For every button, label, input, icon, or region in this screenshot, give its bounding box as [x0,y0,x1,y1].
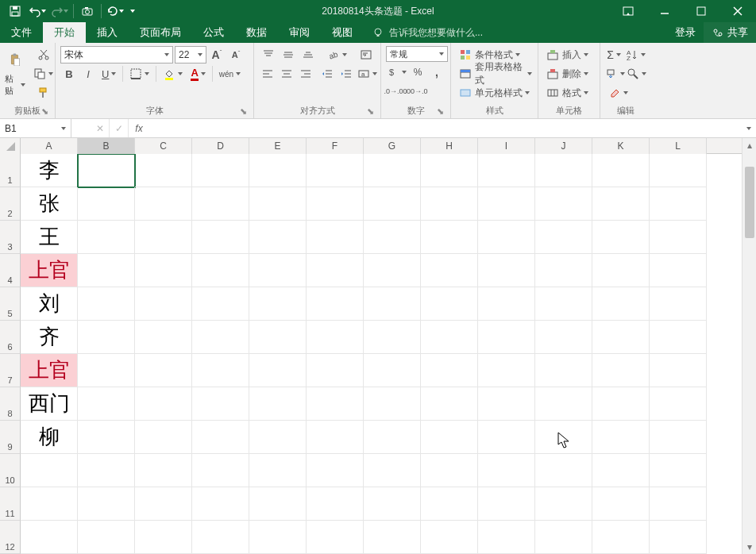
signin-button[interactable]: 登录 [667,22,704,43]
font-size-select[interactable]: 22 [175,46,206,63]
cell-I5[interactable] [478,287,535,321]
share-button[interactable]: 共享 [704,22,756,43]
cell-J9[interactable] [535,421,592,454]
row-header-6[interactable]: 6 [0,321,21,354]
tab-formulas[interactable]: 公式 [192,22,235,43]
cell-B12[interactable] [78,521,135,554]
cell-J8[interactable] [535,387,592,421]
cell-L6[interactable] [650,321,707,354]
underline-button[interactable]: U [98,65,119,83]
orientation-button[interactable]: ab [325,46,350,63]
cell-C5[interactable] [135,287,192,321]
name-box[interactable]: B1 [0,119,71,137]
cell-A1[interactable]: 李 [21,154,78,187]
cell-J12[interactable] [535,521,592,554]
delete-cells-button[interactable]: 删除 [543,65,597,83]
cell-L4[interactable] [650,254,707,287]
cell-E10[interactable] [249,454,307,487]
copy-button[interactable] [30,65,56,83]
column-header-G[interactable]: G [364,138,421,154]
cell-G2[interactable] [364,187,421,221]
redo-button[interactable] [49,1,70,21]
cell-D1[interactable] [192,154,249,187]
cell-L11[interactable] [650,487,707,521]
cell-D10[interactable] [192,454,249,487]
cell-F7[interactable] [307,354,364,387]
column-header-F[interactable]: F [307,138,364,154]
cell-D4[interactable] [192,254,249,287]
cell-C11[interactable] [135,487,192,521]
cell-C8[interactable] [135,387,192,421]
cell-J6[interactable] [535,321,592,354]
cell-E4[interactable] [249,254,307,287]
minimize-button[interactable] [646,0,683,22]
cell-D11[interactable] [192,487,249,521]
row-header-12[interactable]: 12 [0,521,21,554]
cell-D12[interactable] [192,521,249,554]
cell-K1[interactable] [592,154,650,187]
cell-B7[interactable] [78,354,135,387]
number-format-select[interactable]: 常规 [386,46,448,62]
cell-L9[interactable] [650,421,707,454]
cell-L7[interactable] [650,354,707,387]
clipboard-launcher[interactable]: ⬊ [39,106,50,117]
tab-insert[interactable]: 插入 [86,22,129,43]
maximize-button[interactable] [683,0,719,22]
cell-K12[interactable] [592,521,650,554]
cell-E1[interactable] [249,154,307,187]
cell-L5[interactable] [650,287,707,321]
cell-I12[interactable] [478,521,535,554]
scroll-up-button[interactable]: ▴ [742,138,756,152]
cell-J11[interactable] [535,487,592,521]
vertical-scrollbar[interactable]: ▴ ▾ [742,138,756,554]
column-header-K[interactable]: K [592,138,650,154]
cell-E8[interactable] [249,387,307,421]
qat-customize[interactable] [127,1,138,21]
cell-G12[interactable] [364,521,421,554]
cell-J1[interactable] [535,154,592,187]
cell-H10[interactable] [421,454,478,487]
cell-D2[interactable] [192,187,249,221]
row-header-7[interactable]: 7 [0,354,21,387]
cell-A12[interactable] [21,521,78,554]
decrease-font-button[interactable]: Aˇ [227,46,245,63]
cell-G4[interactable] [364,254,421,287]
cell-H12[interactable] [421,521,478,554]
align-middle-button[interactable] [279,46,297,63]
cell-I11[interactable] [478,487,535,521]
cell-F8[interactable] [307,387,364,421]
cell-B6[interactable] [78,321,135,354]
row-header-3[interactable]: 3 [0,221,21,254]
cell-D7[interactable] [192,354,249,387]
cell-H1[interactable] [421,154,478,187]
paste-button[interactable]: 粘贴 [5,46,25,98]
cell-E3[interactable] [249,221,307,254]
row-header-4[interactable]: 4 [0,254,21,287]
cell-L2[interactable] [650,187,707,221]
cell-E11[interactable] [249,487,307,521]
percent-button[interactable]: % [409,63,426,81]
expand-formula-bar[interactable] [742,119,756,137]
cell-I2[interactable] [478,187,535,221]
cell-K7[interactable] [592,354,650,387]
cell-E9[interactable] [249,421,307,454]
cell-G7[interactable] [364,354,421,387]
merge-center-button[interactable]: a [358,65,376,83]
cell-E2[interactable] [249,187,307,221]
comma-button[interactable]: , [428,63,446,81]
column-header-D[interactable]: D [192,138,249,154]
cell-I10[interactable] [478,454,535,487]
cell-B11[interactable] [78,487,135,521]
cell-C2[interactable] [135,187,192,221]
insert-cells-button[interactable]: 插入 [543,46,597,63]
cell-H9[interactable] [421,421,478,454]
font-launcher[interactable]: ⬊ [237,106,249,117]
cell-C3[interactable] [135,221,192,254]
cell-A8[interactable]: 西门 [21,387,78,421]
row-header-10[interactable]: 10 [0,454,21,487]
cell-B2[interactable] [78,187,135,221]
cell-F2[interactable] [307,187,364,221]
cell-A7[interactable]: 上官 [21,354,78,387]
format-cells-button[interactable]: 格式 [543,84,597,102]
cell-D9[interactable] [192,421,249,454]
